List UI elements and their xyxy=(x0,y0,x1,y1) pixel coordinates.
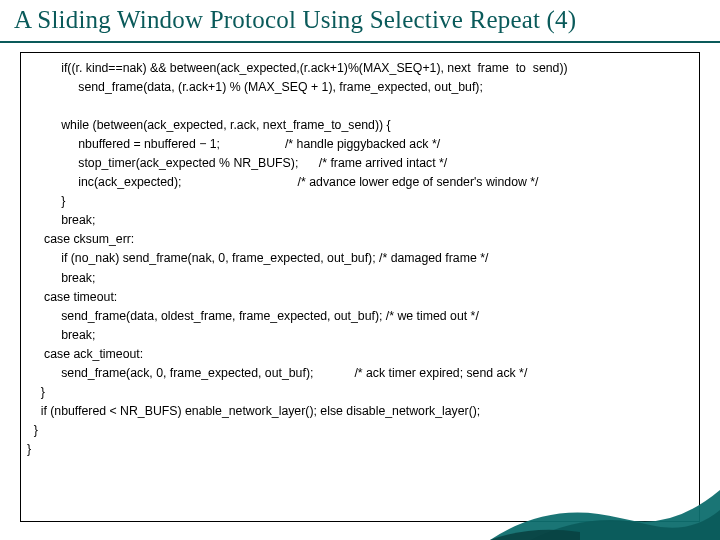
code-container: if((r. kind==nak) && between(ack_expecte… xyxy=(20,52,700,522)
slide-title: A Sliding Window Protocol Using Selectiv… xyxy=(14,6,706,34)
title-underline xyxy=(0,41,720,43)
slide: A Sliding Window Protocol Using Selectiv… xyxy=(0,0,720,540)
code-block: if((r. kind==nak) && between(ack_expecte… xyxy=(27,59,693,459)
